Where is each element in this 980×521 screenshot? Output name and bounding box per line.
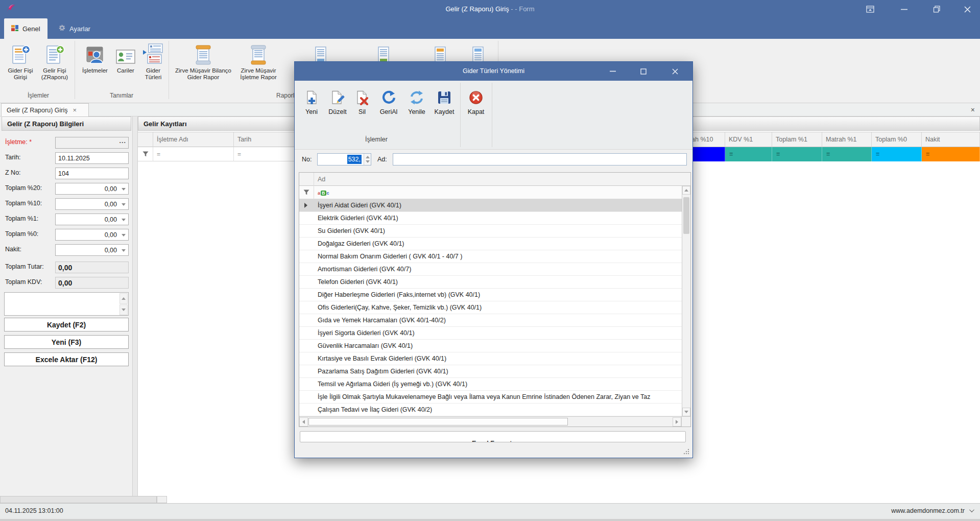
- column-header-toplam0[interactable]: Toplam %0: [872, 132, 922, 147]
- ribbon-button-isletmeler[interactable]: İşletmeler: [76, 41, 114, 90]
- column-header-isletme-adi[interactable]: İşletme Adı: [153, 132, 234, 147]
- list-item[interactable]: Çalışan Tedavi ve İlaç Gideri (GVK 40/2): [299, 404, 682, 416]
- ribbon-options-button[interactable]: [859, 0, 881, 18]
- list-item[interactable]: Temsil ve Ağırlama Gideri (İş yemeği vb.…: [299, 378, 682, 391]
- list-item[interactable]: Amortisman Giderleri (GVK 40/7): [299, 263, 682, 276]
- ad-column-header[interactable]: Ad: [299, 173, 690, 186]
- excel-format-button-clipped[interactable]: Excel Formatı: [300, 431, 686, 442]
- filter-cell-matrah1[interactable]: =: [822, 147, 872, 161]
- list-item[interactable]: Güvenlik Harcamaları (GVK 40/1): [299, 340, 682, 352]
- scroll-up-button[interactable]: [682, 186, 690, 195]
- close-button[interactable]: [956, 0, 978, 18]
- minimize-button[interactable]: [893, 0, 915, 18]
- dropdown-arrow-icon[interactable]: [122, 249, 126, 252]
- filter-cell-tarih[interactable]: =: [234, 147, 295, 161]
- tab-ayarlar[interactable]: Ayarlar: [51, 18, 98, 39]
- list-item[interactable]: Pazarlama Satış Dağıtım Giderleri (GVK 4…: [299, 365, 682, 378]
- duzelt-button[interactable]: Düzelt: [324, 90, 351, 115]
- list-item[interactable]: Gıda ve Yemek Harcamaları (GVK 40/1-40/2…: [299, 314, 682, 327]
- ad-input[interactable]: [393, 153, 687, 165]
- ribbon-button-gider-fisi-girisi[interactable]: Gider Fişi Girişi: [4, 41, 37, 90]
- note-textarea[interactable]: [4, 292, 129, 316]
- column-header-nakit[interactable]: Nakit: [922, 132, 980, 147]
- dropdown-arrow-icon[interactable]: [122, 188, 126, 191]
- yenile-button[interactable]: Yenile: [404, 90, 429, 115]
- spinner-up-button[interactable]: [119, 293, 128, 304]
- toplam20-input[interactable]: 0,00: [55, 183, 129, 195]
- filter-cell-isletme-adi[interactable]: =: [153, 147, 234, 161]
- tarih-input[interactable]: 10.11.2025: [55, 152, 129, 164]
- tab-genel[interactable]: Genel: [4, 18, 47, 39]
- yeni-button[interactable]: Yeni: [300, 90, 323, 115]
- dropdown-arrow-icon[interactable]: [122, 219, 126, 221]
- yeni-f3-button[interactable]: Yeni (F3): [4, 335, 129, 349]
- grid-filter-row-icon-cell[interactable]: [138, 147, 153, 161]
- column-header-tarih[interactable]: Tarih: [234, 132, 295, 147]
- sil-button[interactable]: Sil: [352, 90, 372, 115]
- list-item[interactable]: Telefon Giderleri (GVK 40/1): [299, 276, 682, 289]
- grid-auto-filter-row[interactable]: aBc: [299, 186, 690, 199]
- list-item[interactable]: Diğer Haberleşme Giderleri (Faks,interne…: [299, 289, 682, 301]
- list-item[interactable]: Doğalgaz Giderleri (GVK 40/1): [299, 238, 682, 250]
- dialog-minimize-button[interactable]: [601, 62, 625, 81]
- list-item[interactable]: Kırtasiye ve Basılı Evrak Giderleri (GVK…: [299, 352, 682, 365]
- horizontal-scrollbar[interactable]: [299, 416, 682, 427]
- gerial-button[interactable]: GeriAl: [374, 90, 403, 115]
- doc-tab-gelir-z-raporu[interactable]: Gelir (Z Raporu) Giriş ×: [1, 103, 89, 116]
- no-input[interactable]: 532,: [317, 153, 371, 165]
- zno-input[interactable]: 104: [55, 168, 129, 179]
- scroll-left-button[interactable]: [299, 417, 308, 427]
- status-website-link[interactable]: www.ademdonmez.com.tr: [891, 507, 965, 514]
- ribbon-button-gider-turleri[interactable]: Gider Türleri: [137, 41, 169, 90]
- toplam0-input[interactable]: 0,00: [55, 229, 129, 241]
- dropdown-arrow-icon[interactable]: [122, 203, 126, 206]
- column-header-kdv1[interactable]: KDV %1: [725, 132, 772, 147]
- vertical-scrollbar[interactable]: [682, 186, 690, 416]
- list-item[interactable]: Ofis Giderleri(Çay, Kahve, Şeker, Temizl…: [299, 301, 682, 314]
- list-item[interactable]: Elektrik Giderleri (GVK 40/1): [299, 212, 682, 225]
- gear-icon: [58, 24, 66, 33]
- restore-button[interactable]: [925, 0, 948, 18]
- filter-cell-kdv1[interactable]: =: [725, 147, 772, 161]
- ribbon-button-gelir-fisi-zraporu[interactable]: Gelir Fişi (ZRaporu): [37, 41, 73, 90]
- ribbon-button-zirve-bilanco-gider-rapor[interactable]: Zirve Müşavir Bilanço Gider Rapor: [171, 41, 235, 90]
- kaydet-f2-button[interactable]: Kaydet (F2): [4, 318, 129, 331]
- list-item[interactable]: İşle İlgili Olmak Şartıyla Mukavelenamey…: [299, 391, 682, 404]
- filter-cell-toplam1[interactable]: =: [772, 147, 822, 161]
- tab-area-close-icon[interactable]: ×: [971, 105, 975, 114]
- spinner-down-button[interactable]: [119, 304, 128, 315]
- list-item[interactable]: İşyeri Aidat Gideri (GVK 40/1): [299, 199, 682, 212]
- horizontal-scroll-thumb[interactable]: [308, 418, 568, 425]
- no-spinner[interactable]: [364, 154, 371, 165]
- list-item[interactable]: Normal Bakım Onarım Giderleri ( GVK 40/1…: [299, 250, 682, 263]
- list-item[interactable]: Su Giderleri (GVK 40/1): [299, 225, 682, 238]
- nakit-input[interactable]: 0,00: [55, 244, 129, 256]
- resize-grip-icon[interactable]: [683, 448, 689, 455]
- isletme-input[interactable]: ...: [55, 137, 129, 149]
- toplam1-input[interactable]: 0,00: [55, 214, 129, 225]
- ellipsis-button[interactable]: ...: [119, 137, 126, 145]
- toplam10-input[interactable]: 0,00: [55, 198, 129, 210]
- panel-splitter[interactable]: [133, 116, 138, 503]
- column-header-matrah1[interactable]: Matrah %1: [822, 132, 872, 147]
- left-panel-horizontal-scrollbar[interactable]: [0, 496, 157, 503]
- scroll-down-button[interactable]: [682, 408, 690, 416]
- column-header-toplam1[interactable]: Toplam %1: [772, 132, 822, 147]
- kapat-button[interactable]: Kapat: [462, 90, 490, 115]
- dropdown-arrow-icon[interactable]: [122, 234, 126, 236]
- dialog-title-bar[interactable]: Gider Türleri Yönetimi: [295, 62, 692, 81]
- ribbon-button-zirve-isletme-rapor[interactable]: Zirve Müşavir İşletme Rapor: [234, 41, 283, 90]
- filter-cell-toplam0[interactable]: =: [872, 147, 922, 161]
- scroll-right-button[interactable]: [673, 417, 681, 427]
- dialog-close-button[interactable]: [663, 62, 687, 81]
- ribbon-button-cariler[interactable]: Cariler: [112, 41, 139, 90]
- filter-cell-nakit[interactable]: =: [922, 147, 980, 161]
- doc-tab-label: Gelir (Z Raporu) Giriş: [7, 107, 67, 114]
- doc-tab-close-icon[interactable]: ×: [73, 106, 77, 114]
- list-item[interactable]: İşyeri Sigorta Giderleri (GVK 40/1): [299, 327, 682, 340]
- vertical-scroll-thumb[interactable]: [683, 197, 689, 234]
- excele-aktar-f12-button[interactable]: Excele Aktar (F12): [4, 352, 129, 366]
- chevron-down-icon[interactable]: [969, 507, 974, 512]
- dialog-maximize-button[interactable]: [632, 62, 655, 81]
- kaydet-button[interactable]: Kaydet: [431, 90, 458, 115]
